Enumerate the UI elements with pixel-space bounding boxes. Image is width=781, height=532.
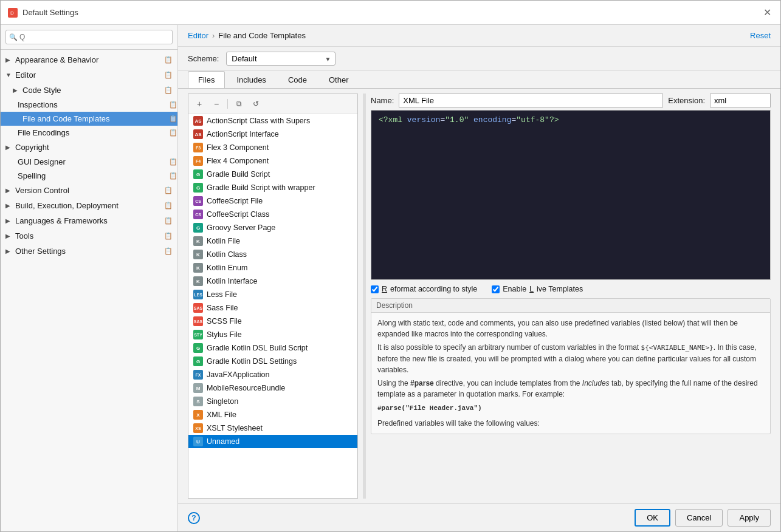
settings-window: D Default Settings ✕ 🔍 ▶ Appearance & Be… <box>0 0 781 532</box>
list-item[interactable]: SAS SCSS File <box>188 315 357 328</box>
list-item[interactable]: SAS Sass File <box>188 301 357 315</box>
arrow-icon: ▶ <box>5 217 13 224</box>
file-item-label: ActionScript Interface <box>207 130 279 138</box>
scheme-select[interactable]: Default Project <box>226 52 335 66</box>
footer-buttons: OK Cancel Apply <box>635 509 771 527</box>
file-type-icon: XS <box>193 423 203 433</box>
svg-text:D: D <box>10 10 14 16</box>
name-input[interactable] <box>399 94 663 107</box>
remove-template-button[interactable]: − <box>209 97 224 111</box>
sidebar-item-copyright[interactable]: ▶ Copyright <box>1 140 177 155</box>
sidebar-item-build-execution[interactable]: ▶ Build, Execution, Deployment 📋 <box>1 198 177 213</box>
sidebar-item-gui-designer[interactable]: GUI Designer 📋 <box>1 155 177 169</box>
apply-button[interactable]: Apply <box>728 509 771 527</box>
copy-icon: 📋 <box>169 158 177 166</box>
sidebar-item-label: Build, Execution, Deployment <box>15 201 119 210</box>
tab-other[interactable]: Other <box>318 71 359 88</box>
search-input[interactable] <box>5 30 173 44</box>
sidebar-item-file-code-templates[interactable]: File and Code Templates 📋 <box>1 112 177 126</box>
arrow-icon: ▶ <box>13 87 20 94</box>
editor-panel: Name: Extension: <?xml version="1.0" enc… <box>371 94 771 499</box>
list-item[interactable]: G Gradle Kotlin DSL Build Script <box>188 341 357 355</box>
sidebar-item-version-control[interactable]: ▶ Version Control 📋 <box>1 183 177 198</box>
file-item-label: XML File <box>207 411 236 419</box>
tab-includes-label: Includes <box>236 75 266 84</box>
extension-input[interactable] <box>710 94 771 107</box>
file-item-label: ActionScript Class with Supers <box>207 117 310 125</box>
reset-template-button[interactable]: ↺ <box>249 97 263 111</box>
checkboxes-row: Reformat according to style Enable Live … <box>371 282 771 296</box>
list-item[interactable]: AS ActionScript Class with Supers <box>188 114 357 128</box>
sidebar-items-list: ▶ Appearance & Behavior 📋 ▼ Editor 📋 ▶ C… <box>1 50 177 531</box>
breadcrumb-parent[interactable]: Editor <box>188 31 208 40</box>
close-button[interactable]: ✕ <box>761 7 773 19</box>
scheme-label: Scheme: <box>188 54 219 63</box>
copy-icon: 📋 <box>164 71 173 79</box>
list-item-unnamed[interactable]: U Unnamed <box>188 435 357 448</box>
sidebar-item-code-style[interactable]: ▶ Code Style 📋 <box>1 83 177 98</box>
list-item[interactable]: K Kotlin Interface <box>188 275 357 288</box>
list-item[interactable]: F4 Flex 4 Component <box>188 154 357 168</box>
code-editor[interactable]: <?xml version="1.0" encoding="utf-8"?> <box>371 110 771 280</box>
list-item[interactable]: CS CoffeeScript File <box>188 194 357 208</box>
copy-template-button[interactable]: ⧉ <box>232 97 246 111</box>
reformat-checkbox[interactable] <box>371 285 379 293</box>
list-item[interactable]: K Kotlin Class <box>188 248 357 261</box>
sidebar-item-languages[interactable]: ▶ Languages & Frameworks 📋 <box>1 213 177 228</box>
file-type-icon: K <box>193 263 203 273</box>
list-item[interactable]: S Singleton <box>188 395 357 408</box>
cancel-button[interactable]: Cancel <box>675 509 723 527</box>
reformat-checkbox-label[interactable]: Reformat according to style <box>371 285 477 293</box>
tab-includes[interactable]: Includes <box>226 71 276 88</box>
list-item[interactable]: STY Stylus File <box>188 328 357 341</box>
tab-files[interactable]: Files <box>188 71 225 88</box>
file-type-icon: G <box>193 223 203 233</box>
list-item[interactable]: X XML File <box>188 408 357 421</box>
file-item-label: SCSS File <box>207 317 242 326</box>
sidebar-item-label: Tools <box>15 231 33 240</box>
file-type-icon: K <box>193 276 203 286</box>
sidebar-item-spelling[interactable]: Spelling 📋 <box>1 169 177 183</box>
list-item[interactable]: AS ActionScript Interface <box>188 128 357 141</box>
list-item[interactable]: LES Less File <box>188 288 357 301</box>
sidebar-item-inspections[interactable]: Inspections 📋 <box>1 98 177 112</box>
live-templates-checkbox[interactable] <box>492 285 500 293</box>
sidebar-item-label: Inspections <box>18 100 58 109</box>
file-list-panel: + − ⧉ ↺ AS ActionScript Class with Super… <box>188 94 358 499</box>
list-item[interactable]: FX JavaFXApplication <box>188 368 357 381</box>
file-item-label: Unnamed <box>207 437 239 446</box>
tab-code[interactable]: Code <box>278 71 317 88</box>
arrow-icon: ▶ <box>5 144 13 151</box>
code-line: <?xml version="1.0" encoding="utf-8"?> <box>379 115 763 124</box>
sidebar-item-tools[interactable]: ▶ Tools 📋 <box>1 228 177 244</box>
desc-bold: #parse <box>410 379 434 387</box>
list-item[interactable]: G Gradle Build Script with wrapper <box>188 181 357 194</box>
list-item[interactable]: F3 Flex 3 Component <box>188 141 357 154</box>
live-templates-checkbox-label[interactable]: Enable Live Templates <box>492 285 583 293</box>
sidebar-item-editor[interactable]: ▼ Editor 📋 <box>1 67 177 83</box>
sidebar-item-other-settings[interactable]: ▶ Other Settings 📋 <box>1 244 177 259</box>
panel-splitter[interactable] <box>363 94 366 499</box>
reset-link[interactable]: Reset <box>750 31 771 40</box>
file-item-label: MobileResourceBundle <box>207 384 285 392</box>
list-item[interactable]: CS CoffeeScript Class <box>188 208 357 221</box>
list-item[interactable]: K Kotlin Enum <box>188 261 357 275</box>
sidebar-item-file-encodings[interactable]: File Encodings 📋 <box>1 126 177 140</box>
ok-button[interactable]: OK <box>635 509 670 527</box>
add-template-button[interactable]: + <box>192 97 207 111</box>
list-item[interactable]: G Gradle Build Script <box>188 168 357 181</box>
list-item[interactable]: M MobileResourceBundle <box>188 381 357 395</box>
list-item[interactable]: K Kotlin File <box>188 234 357 248</box>
help-button[interactable]: ? <box>188 512 200 524</box>
sidebar-item-appearance[interactable]: ▶ Appearance & Behavior 📋 <box>1 52 177 67</box>
list-item[interactable]: G Groovy Server Page <box>188 221 357 234</box>
file-type-icon: STY <box>193 330 203 339</box>
list-item[interactable]: XS XSLT Stylesheet <box>188 421 357 435</box>
file-item-label: Kotlin File <box>207 237 240 245</box>
reformat-label: R <box>382 285 387 293</box>
file-list-toolbar: + − ⧉ ↺ <box>188 94 357 114</box>
live-templates-label: Enable <box>503 285 526 293</box>
list-item[interactable]: G Gradle Kotlin DSL Settings <box>188 355 357 368</box>
copy-icon: 📋 <box>169 129 177 137</box>
tabs-bar: Files Includes Code Other <box>178 71 780 89</box>
